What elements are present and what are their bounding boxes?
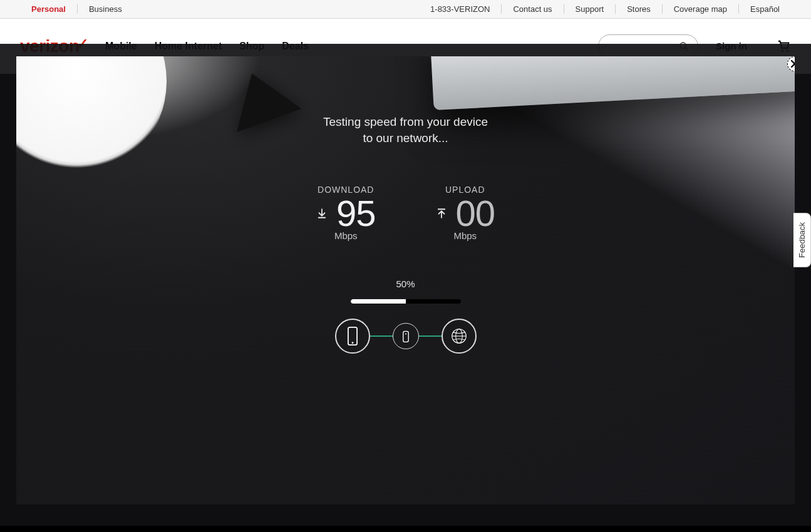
top-link-personal[interactable]: Personal <box>20 4 78 14</box>
top-link-coverage[interactable]: Coverage map <box>663 4 739 14</box>
top-link-support[interactable]: Support <box>564 4 616 14</box>
progress-percent: 50% <box>396 279 415 289</box>
download-column: DOWNLOAD 95 Mbps <box>316 185 376 241</box>
svg-point-7 <box>405 334 406 335</box>
edge-1 <box>370 335 393 337</box>
feedback-tab[interactable]: Feedback <box>793 213 811 267</box>
router-node <box>393 323 419 349</box>
close-icon <box>791 60 795 68</box>
svg-rect-6 <box>403 332 408 342</box>
download-unit: Mbps <box>334 230 358 241</box>
top-link-espanol[interactable]: Español <box>739 4 791 14</box>
upload-unit: Mbps <box>453 230 477 241</box>
speed-test-modal: Testing speed from your device to our ne… <box>16 56 795 504</box>
edge-2 <box>419 335 442 337</box>
progress-fill <box>351 299 406 304</box>
svg-point-5 <box>351 342 353 344</box>
speed-columns: DOWNLOAD 95 Mbps UPLOAD <box>316 185 495 241</box>
topbar-left: Personal Business <box>20 4 133 14</box>
top-link-contact[interactable]: Contact us <box>502 4 564 14</box>
download-icon <box>316 207 328 220</box>
utility-topbar: Personal Business 1-833-VERIZON Contact … <box>0 0 811 19</box>
status-line-2: to our network... <box>363 131 448 145</box>
top-link-phone[interactable]: 1-833-VERIZON <box>419 4 502 14</box>
upload-icon <box>436 207 447 220</box>
phone-icon <box>346 326 359 346</box>
connection-path <box>335 319 477 354</box>
topbar-right: 1-833-VERIZON Contact us Support Stores … <box>419 4 791 14</box>
top-link-business[interactable]: Business <box>78 4 133 14</box>
modal-overlay: Testing speed from your device to our ne… <box>0 44 811 526</box>
download-value: 95 <box>336 192 376 234</box>
upload-value: 00 <box>456 192 495 234</box>
laptop-prop <box>430 56 795 110</box>
router-icon <box>401 329 410 343</box>
status-text: Testing speed from your device to our ne… <box>323 114 488 146</box>
internet-node <box>442 319 477 354</box>
device-node <box>335 319 370 354</box>
status-line-1: Testing speed from your device <box>323 115 488 128</box>
upload-column: UPLOAD 00 Mbps <box>436 185 495 241</box>
top-link-stores[interactable]: Stores <box>616 4 663 14</box>
globe-icon <box>450 327 468 345</box>
progress-bar <box>351 299 461 304</box>
speed-test-content: Testing speed from your device to our ne… <box>16 114 795 354</box>
